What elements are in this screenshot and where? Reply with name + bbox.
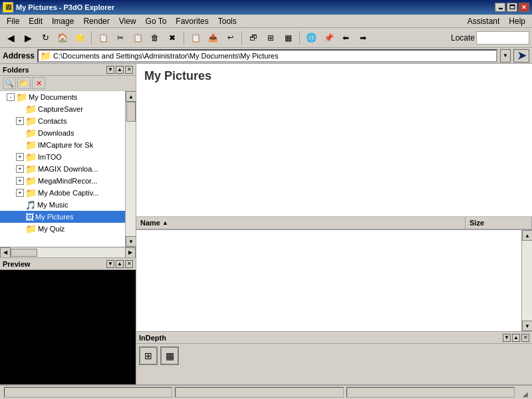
col-size-label: Size bbox=[469, 219, 484, 227]
address-input[interactable] bbox=[53, 52, 495, 60]
folder-icon-btn[interactable]: 📁 bbox=[17, 77, 31, 89]
app-icon: 🖼 bbox=[3, 2, 13, 13]
menu-tools[interactable]: Tools bbox=[214, 15, 241, 27]
maximize-button[interactable]: 🗖 bbox=[507, 3, 517, 12]
preview-close-btn[interactable]: ✕ bbox=[125, 260, 133, 268]
address-go-button[interactable]: ➤ bbox=[513, 49, 529, 63]
tree-expander-adobecap[interactable]: + bbox=[16, 189, 24, 197]
folders-close-btn[interactable]: ✕ bbox=[125, 66, 133, 74]
search-icon-btn[interactable]: 🔍 bbox=[3, 77, 16, 89]
view1-button[interactable]: 🗗 bbox=[245, 30, 261, 46]
address-dropdown[interactable]: ▼ bbox=[500, 49, 511, 63]
view2-button[interactable]: ⊞ bbox=[263, 30, 279, 46]
folder-icon-adobecap: 📁 bbox=[25, 188, 37, 198]
toolbar: ◀ ▶ ↻ 🏠 ⭐ 📋 ✂ 📋 🗑 ✖ 📋 📤 ↩ 🗗 ⊞ ▦ 🌐 📌 ⬅ ➡ … bbox=[0, 28, 532, 48]
pin-button[interactable]: 📌 bbox=[321, 30, 336, 46]
back-button[interactable]: ◀ bbox=[3, 30, 19, 46]
menu-favorites[interactable]: Favorites bbox=[172, 15, 212, 27]
tree-item-myquiz[interactable]: 📁 My Quiz bbox=[0, 223, 125, 235]
tree-item-imtoo[interactable]: + 📁 ImTOO bbox=[0, 151, 125, 163]
folders-vscrollbar[interactable]: ▲ ▼ bbox=[125, 91, 136, 247]
tree-item-downloads[interactable]: 📁 Downloads bbox=[0, 127, 125, 139]
indepth-minimize-btn[interactable]: ▼ bbox=[503, 334, 511, 342]
folder-icon-megamind: 📁 bbox=[25, 176, 37, 186]
sync-button[interactable]: ↩ bbox=[222, 30, 238, 46]
tree-label-myquiz: My Quiz bbox=[38, 225, 65, 233]
delete-button[interactable]: 🗑 bbox=[147, 30, 163, 46]
tree-item-mypictures[interactable]: 🖼 My Pictures bbox=[0, 211, 125, 223]
cut-button[interactable]: ✂ bbox=[112, 30, 128, 46]
forward-button[interactable]: ▶ bbox=[20, 30, 36, 46]
preview-maximize-btn[interactable]: ▲ bbox=[116, 260, 124, 268]
menu-render[interactable]: Render bbox=[79, 15, 113, 27]
indepth-close-btn[interactable]: ✕ bbox=[521, 334, 529, 342]
menu-help[interactable]: Help bbox=[505, 15, 529, 27]
tree-item-imcapture[interactable]: 📁 IMCapture for Sk bbox=[0, 139, 125, 151]
folder-icon-imtoo: 📁 bbox=[25, 152, 37, 162]
copy3-button[interactable]: 📋 bbox=[188, 30, 203, 46]
tree-item-capturesaver[interactable]: 📁 CaptureSaver bbox=[0, 103, 125, 115]
vscroll-thumb[interactable] bbox=[126, 102, 136, 122]
tree-expander-magix[interactable]: + bbox=[16, 165, 24, 173]
tree-expander-mydocuments[interactable]: - bbox=[7, 93, 15, 101]
menu-image[interactable]: Image bbox=[48, 15, 78, 27]
upload-button[interactable]: 📤 bbox=[205, 30, 221, 46]
tree-item-contacts[interactable]: + 📁 Contacts bbox=[0, 115, 125, 127]
tree-expander-contacts[interactable]: + bbox=[16, 117, 24, 125]
tree-item-mydocuments[interactable]: - 📁 My Documents bbox=[0, 91, 125, 103]
cancel-button[interactable]: ✖ bbox=[164, 30, 180, 46]
my-pictures-header: My Pictures bbox=[136, 64, 532, 86]
file-vscroll-down-btn[interactable]: ▼ bbox=[522, 321, 532, 331]
menu-file[interactable]: File bbox=[3, 15, 23, 27]
title-bar: 🖼 My Pictures - P3dO Explorer 🗕 🗖 ✕ bbox=[0, 0, 532, 15]
file-vscroll-up-btn[interactable]: ▲ bbox=[522, 230, 532, 241]
web-button[interactable]: 🌐 bbox=[303, 30, 319, 46]
vscroll-up-btn[interactable]: ▲ bbox=[126, 91, 136, 102]
indepth-grid-btn[interactable]: ⊞ bbox=[139, 346, 158, 365]
tree-label-imcapture: IMCapture for Sk bbox=[38, 141, 93, 149]
preview-minimize-btn[interactable]: ▼ bbox=[106, 260, 114, 268]
folders-maximize-btn[interactable]: ▲ bbox=[116, 66, 124, 74]
indepth-panel: InDepth ▼ ▲ ✕ ⊞ ▦ bbox=[136, 331, 532, 384]
home-button[interactable]: 🏠 bbox=[55, 30, 70, 46]
prev-button[interactable]: ⬅ bbox=[338, 30, 354, 46]
minimize-button[interactable]: 🗕 bbox=[495, 3, 505, 12]
file-list-area: Name ▲ Size ▲ ▼ bbox=[136, 217, 532, 331]
clear-search-btn[interactable]: ✕ bbox=[32, 77, 45, 89]
favorites-button[interactable]: ⭐ bbox=[72, 30, 88, 46]
menu-assistant[interactable]: Assistant bbox=[464, 15, 504, 27]
indepth-panel-header: InDepth ▼ ▲ ✕ bbox=[136, 332, 532, 344]
locate-input[interactable] bbox=[476, 31, 529, 45]
refresh-button[interactable]: ↻ bbox=[37, 30, 53, 46]
col-header-name[interactable]: Name ▲ bbox=[136, 217, 466, 229]
tree-item-megamind[interactable]: + 📁 MegaMindRecor... bbox=[0, 175, 125, 187]
folder-icon-mymusic: 🎵 bbox=[25, 200, 36, 210]
tree-item-magix[interactable]: + 📁 MAGIX Downloa... bbox=[0, 163, 125, 175]
tree-item-mymusic[interactable]: 🎵 My Music bbox=[0, 199, 125, 211]
file-vscroll-track[interactable] bbox=[522, 241, 532, 321]
hscroll-left-btn[interactable]: ◀ bbox=[0, 247, 11, 258]
indepth-list-btn[interactable]: ▦ bbox=[160, 346, 179, 365]
hscroll-track[interactable] bbox=[11, 248, 125, 257]
hscroll-thumb[interactable] bbox=[11, 249, 37, 257]
indepth-maximize-btn[interactable]: ▲ bbox=[512, 334, 520, 342]
vscroll-down-btn[interactable]: ▼ bbox=[126, 236, 136, 247]
view3-button[interactable]: ▦ bbox=[280, 30, 296, 46]
menu-edit[interactable]: Edit bbox=[25, 15, 47, 27]
menu-goto[interactable]: Go To bbox=[142, 15, 171, 27]
col-header-size[interactable]: Size bbox=[466, 217, 532, 229]
resize-grip[interactable]: ◢ bbox=[517, 387, 528, 398]
tree-item-adobecap[interactable]: + 📁 My Adobe Captiv... bbox=[0, 187, 125, 199]
copy2-button[interactable]: 📋 bbox=[95, 30, 111, 46]
next-button[interactable]: ➡ bbox=[355, 30, 371, 46]
menu-view[interactable]: View bbox=[115, 15, 140, 27]
file-list-vscrollbar[interactable]: ▲ ▼ bbox=[521, 230, 532, 331]
tree-expander-imtoo[interactable]: + bbox=[16, 153, 24, 161]
tree-label-imtoo: ImTOO bbox=[38, 153, 62, 161]
folders-minimize-btn[interactable]: ▼ bbox=[106, 66, 114, 74]
hscroll-right-btn[interactable]: ▶ bbox=[125, 247, 136, 258]
paste-button[interactable]: 📋 bbox=[130, 30, 146, 46]
close-button[interactable]: ✕ bbox=[519, 3, 529, 12]
tree-expander-megamind[interactable]: + bbox=[16, 177, 24, 185]
vscroll-track[interactable] bbox=[126, 102, 136, 236]
